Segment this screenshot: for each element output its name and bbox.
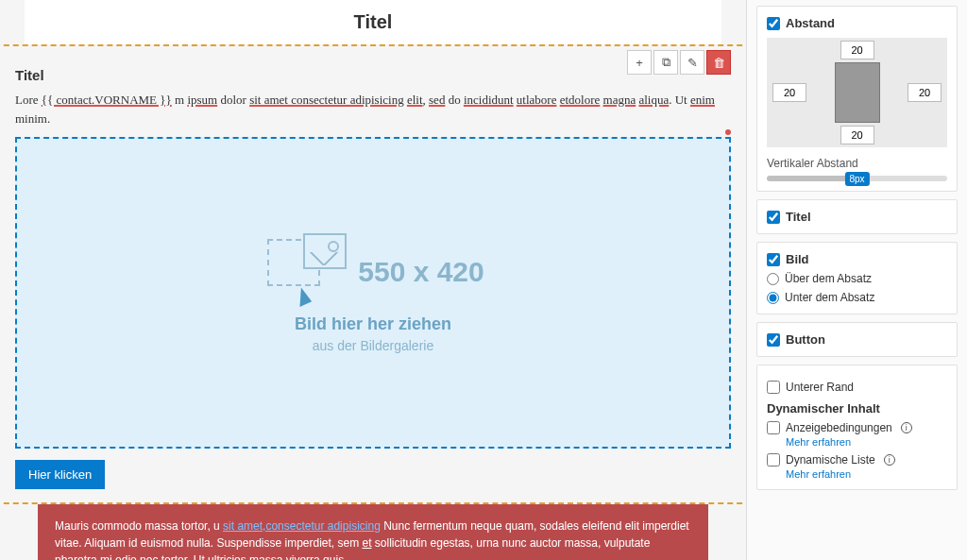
body-text[interactable]: Lore {{ contact.VORNAME }} m ipsum dolor… (15, 91, 731, 137)
anzeige-toggle[interactable]: Anzeigebedingungen i (767, 421, 947, 434)
bild-checkbox[interactable] (767, 253, 780, 266)
copy-icon: ⧉ (662, 55, 670, 70)
vertical-spacing-slider[interactable]: 8px (767, 176, 947, 181)
bild-above-radio[interactable] (767, 273, 779, 285)
titel-toggle[interactable]: Titel (767, 210, 947, 224)
panel-titel: Titel (756, 199, 958, 234)
liste-learn-link[interactable]: Mehr erfahren (786, 468, 947, 480)
titel-label: Titel (786, 210, 811, 224)
image-placeholder-icon (262, 233, 347, 299)
dynamic-content-header: Dynamischer Inhalt (767, 401, 947, 416)
dropzone-size: 550 x 420 (358, 256, 484, 288)
unterer-rand-toggle[interactable]: Unterer Rand (767, 381, 947, 394)
button-label: Button (786, 332, 825, 347)
dropzone-hint-1: Bild hier her ziehen (295, 314, 451, 334)
bild-above-label: Über dem Absatz (785, 272, 872, 285)
bild-below-radio[interactable] (767, 292, 779, 304)
copy-button[interactable]: ⧉ (653, 50, 678, 75)
vertical-spacing-label: Vertikaler Abstand (767, 157, 947, 170)
bild-below-label: Unter dem Absatz (785, 291, 874, 304)
padding-bottom-input[interactable] (840, 126, 874, 144)
anzeige-label: Anzeigebedingungen (786, 421, 892, 434)
titel-checkbox[interactable] (767, 211, 780, 224)
bild-below-option[interactable]: Unter dem Absatz (767, 291, 947, 304)
padding-preview (835, 62, 880, 123)
image-dropzone[interactable]: 550 x 420 Bild hier her ziehen aus der B… (15, 137, 731, 449)
liste-checkbox[interactable] (767, 453, 780, 467)
abstand-checkbox[interactable] (767, 17, 780, 30)
button-toggle[interactable]: Button (767, 332, 947, 347)
bild-toggle[interactable]: Bild (767, 252, 947, 266)
info-icon[interactable]: i (884, 454, 895, 466)
edit-button[interactable]: ✎ (680, 50, 704, 75)
anzeige-learn-link[interactable]: Mehr erfahren (786, 436, 947, 448)
page-title: Titel (25, 0, 721, 44)
padding-top-input[interactable] (840, 41, 874, 59)
block-title[interactable]: Titel (15, 50, 731, 91)
block-toolbar: + ⧉ ✎ 🗑 (627, 50, 731, 75)
liste-toggle[interactable]: Dynamische Liste i (767, 453, 947, 467)
settings-sidebar: Abstand Vertikaler Abstand 8px Titel (746, 0, 967, 560)
delete-button[interactable]: 🗑 (706, 50, 731, 75)
liste-label: Dynamische Liste (786, 453, 875, 467)
slider-value: 8px (844, 172, 869, 186)
unterer-rand-label: Unterer Rand (786, 381, 854, 394)
editor-canvas: Titel + ⧉ ✎ 🗑 Titel Lore {{ contact.VORN… (0, 0, 746, 560)
plus-icon: + (636, 56, 643, 70)
spell-marker-icon (725, 129, 731, 135)
padding-left-input[interactable] (772, 83, 806, 102)
add-button[interactable]: + (627, 50, 652, 75)
abstand-toggle[interactable]: Abstand (767, 16, 947, 30)
anzeige-checkbox[interactable] (767, 421, 780, 434)
dropzone-hint-2: aus der Bildergalerie (313, 338, 433, 353)
panel-extras: Unterer Rand Dynamischer Inhalt Anzeigeb… (756, 365, 958, 490)
padding-editor (767, 38, 947, 147)
info-icon[interactable]: i (901, 422, 912, 433)
selected-block[interactable]: + ⧉ ✎ 🗑 Titel Lore {{ contact.VORNAME }}… (0, 44, 746, 504)
panel-button: Button (756, 322, 958, 357)
button-checkbox[interactable] (767, 333, 780, 347)
trash-icon: 🗑 (713, 56, 725, 70)
padding-right-input[interactable] (908, 83, 942, 102)
panel-bild: Bild Über dem Absatz Unter dem Absatz (756, 242, 958, 314)
bild-above-option[interactable]: Über dem Absatz (767, 272, 947, 285)
unterer-rand-checkbox[interactable] (767, 381, 780, 394)
red-content-block[interactable]: Mauris commodo massa tortor, u sit amet,… (38, 504, 708, 560)
bild-label: Bild (786, 252, 809, 266)
edit-icon: ✎ (687, 56, 698, 70)
abstand-label: Abstand (786, 16, 835, 30)
cta-button[interactable]: Hier klicken (15, 460, 105, 489)
panel-abstand: Abstand Vertikaler Abstand 8px (756, 6, 958, 192)
